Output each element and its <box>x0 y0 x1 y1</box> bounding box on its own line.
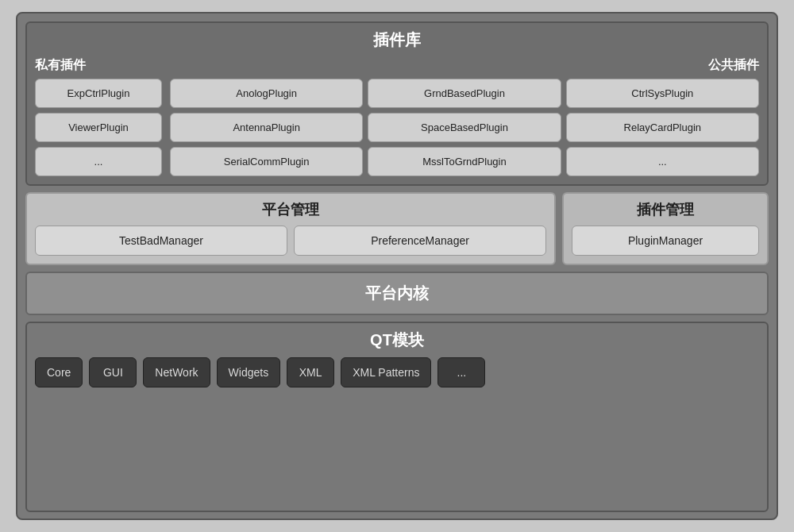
qt-box-gui: GUI <box>89 357 137 387</box>
plugin-antenna: AntennaPlugin <box>170 113 363 142</box>
qt-box-core: Core <box>35 357 83 387</box>
platform-core-section: 平台内核 <box>25 272 769 315</box>
plugin-serialcomm: SerialCommPlugin <box>170 147 363 176</box>
qt-box-xmlpatterns: XML Patterns <box>341 357 431 387</box>
plugin-library: 插件库 私有插件 ExpCtrlPlugin ViewerPlugin ... … <box>25 21 769 186</box>
qt-module-section: QT模块 Core GUI NetWork Widgets XML XML Pa… <box>25 322 769 512</box>
mgmt-box-preference: PreferenceManager <box>294 226 546 256</box>
public-plugins-grid: AnologPlugin GrndBasedPlugin CtrlSysPlug… <box>170 79 759 176</box>
plugin-grndbased: GrndBasedPlugin <box>368 79 561 108</box>
middle-row: 平台管理 TestBadManager PreferenceManager 插件… <box>25 192 769 265</box>
public-plugins-section: 公共插件 AnologPlugin GrndBasedPlugin CtrlSy… <box>170 57 759 176</box>
plugin-mgmt-section: 插件管理 PluginManager <box>562 192 769 265</box>
private-plugins-label: 私有插件 <box>35 57 162 74</box>
platform-mgmt-boxes: TestBadManager PreferenceManager <box>35 226 546 256</box>
plugin-mgmt-title: 插件管理 <box>572 200 759 219</box>
plugin-relaycard: RelayCardPlugin <box>566 113 759 142</box>
qt-box-network: NetWork <box>143 357 210 387</box>
platform-core-title: 平台内核 <box>37 283 757 304</box>
private-plugins-grid: ExpCtrlPlugin ViewerPlugin ... <box>35 79 162 176</box>
public-plugins-label: 公共插件 <box>170 57 759 74</box>
qt-box-widgets: Widgets <box>217 357 281 387</box>
plugin-anolog: AnologPlugin <box>170 79 363 108</box>
plugin-spacebased: SpaceBasedPlugin <box>368 113 561 142</box>
mgmt-box-plugin: PluginManager <box>572 226 759 256</box>
plugin-mssltogrnd: MsslToGrndPlugin <box>368 147 561 176</box>
plugin-library-title: 插件库 <box>35 29 759 51</box>
plugin-public-more: ... <box>566 147 759 176</box>
platform-mgmt-title: 平台管理 <box>35 200 546 219</box>
platform-mgmt-section: 平台管理 TestBadManager PreferenceManager <box>25 192 556 265</box>
plugin-ctrlsys: CtrlSysPlugin <box>566 79 759 108</box>
private-plugins-section: 私有插件 ExpCtrlPlugin ViewerPlugin ... <box>35 57 162 176</box>
plugin-box-expctrl: ExpCtrlPlugin <box>35 79 162 108</box>
plugin-mgmt-boxes: PluginManager <box>572 226 759 256</box>
main-container: 插件库 私有插件 ExpCtrlPlugin ViewerPlugin ... … <box>16 12 778 520</box>
plugin-box-viewer: ViewerPlugin <box>35 113 162 142</box>
qt-box-more: ... <box>437 357 485 387</box>
qt-boxes: Core GUI NetWork Widgets XML XML Pattern… <box>35 357 759 387</box>
plugin-box-private-more: ... <box>35 147 162 176</box>
qt-box-xml: XML <box>287 357 334 387</box>
qt-module-title: QT模块 <box>35 330 759 351</box>
mgmt-box-testbad: TestBadManager <box>35 226 287 256</box>
